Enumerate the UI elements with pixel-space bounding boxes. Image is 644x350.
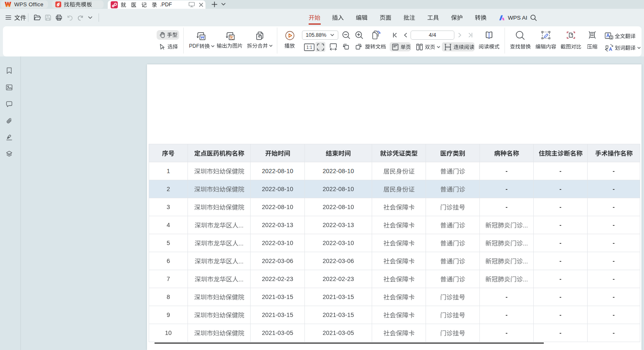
svg-text:1:1: 1:1 bbox=[307, 45, 312, 50]
